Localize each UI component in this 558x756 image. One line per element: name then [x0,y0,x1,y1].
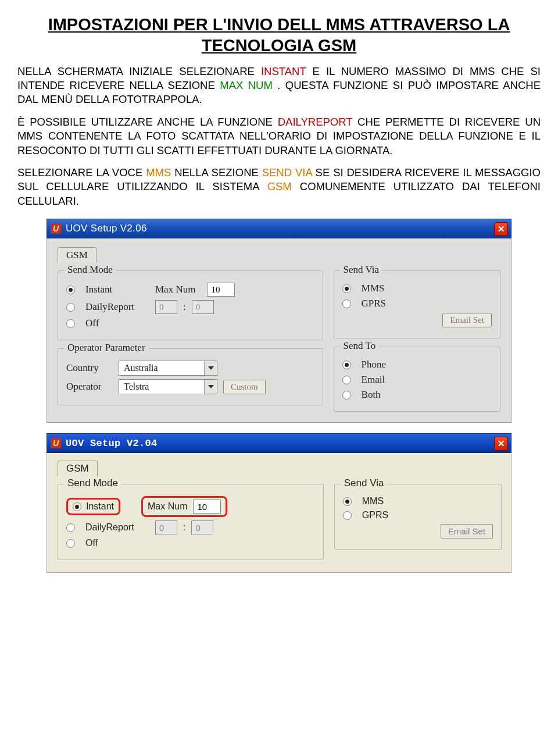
highlight-instant: Instant [66,498,120,515]
screenshot-uov-setup-204: U UOV Setup V2.04 ✕ GSM Send Mode Instan… [46,433,512,573]
paragraph: SELEZIONARE LA VOCE MMS NELLA SEZIONE SE… [17,166,541,208]
country-value: Australia [119,363,204,373]
label-dailyreport: DailyReport [85,522,149,533]
radio-row-gprs[interactable]: GPRS [343,510,493,520]
label-operator: Operator [66,381,113,393]
keyword-gsm: GSM [267,180,292,192]
radio-phone[interactable] [342,361,351,369]
legend-operator-parameter: Operator Parameter [64,342,149,354]
radio-gprs[interactable] [343,511,352,520]
daily-min-input [192,300,214,314]
radio-off[interactable] [66,319,75,328]
label-maxnum: Max Num [148,501,187,512]
radio-row-off[interactable]: Off [66,538,315,548]
radio-instant[interactable] [73,502,81,511]
label-maxnum: Max Num [155,284,195,295]
legend-send-to: Send To [340,340,380,352]
group-send-mode: Send Mode Instant Max Num DailyReport : [58,270,323,340]
paragraph: NELLA SCHERMATA INIZIALE SELEZIONARE INS… [17,65,541,107]
radio-row-both[interactable]: Both [342,389,492,401]
label-dailyreport: DailyReport [85,301,149,313]
radio-off[interactable] [66,539,75,548]
keyword-sendvia: SEND VIA [262,166,312,179]
keyword-maxnum: MAX NUM [220,79,273,91]
radio-row-email[interactable]: Email [342,374,492,386]
legend-send-mode: Send Mode [64,477,121,489]
email-set-button[interactable]: Email Set [441,524,493,539]
label-mms: MMS [362,496,384,507]
label-off: Off [85,318,99,329]
app-logo-icon: U [51,438,61,448]
window-title: UOV Setup V2.06 [66,223,147,234]
operator-dropdown[interactable]: Telstra [119,379,217,394]
radio-row-dailyreport[interactable]: DailyReport : [66,300,314,314]
email-set-button[interactable]: Email Set [442,313,492,327]
maxnum-input[interactable] [207,283,235,297]
radio-row-gprs[interactable]: GPRS [342,298,492,309]
label-off: Off [85,538,98,548]
titlebar: U UOV Setup V2.04 ✕ [46,433,512,453]
chevron-down-icon [204,361,217,375]
group-operator-parameter: Operator Parameter Country Australia Ope… [58,348,323,405]
close-icon: ✕ [498,224,505,234]
legend-send-via: Send Via [340,264,382,276]
daily-min-input [191,520,213,534]
operator-value: Telstra [119,381,204,392]
text: SELEZIONARE LA VOCE [17,166,146,179]
daily-hour-input [155,300,177,314]
radio-dailyreport[interactable] [66,523,75,532]
window-title: UOV Setup V2.04 [66,438,158,449]
radio-mms[interactable] [343,497,352,506]
text: È POSSIBILE UTILIZZARE ANCHE LA FUNZIONE [17,116,278,128]
close-button[interactable]: ✕ [494,437,508,451]
tab-gsm[interactable]: GSM [58,247,96,263]
radio-gprs[interactable] [342,299,351,308]
group-send-mode: Send Mode Instant Max Num [58,484,324,559]
country-dropdown[interactable]: Australia [119,361,217,376]
custom-button[interactable]: Custom [223,380,266,394]
panel-body: GSM Send Mode Instant Max Num [46,453,512,573]
radio-row-phone[interactable]: Phone [342,359,492,370]
radio-row-off[interactable]: Off [66,318,314,329]
app-logo-icon: U [51,223,61,234]
label-instant: Instant [85,284,149,295]
chevron-down-icon [204,380,217,394]
label-gprs: GPRS [362,298,387,309]
legend-send-via: Send Via [341,477,388,489]
radio-mms[interactable] [342,284,351,293]
panel-body: GSM Send Mode Instant Max Num DailyRepor… [46,238,512,423]
radio-row-mms[interactable]: MMS [343,496,493,507]
radio-instant[interactable] [66,286,75,294]
group-send-via: Send Via MMS GPRS Email Set [334,270,500,338]
maxnum-input[interactable] [193,500,221,513]
label-phone: Phone [362,359,387,370]
highlight-maxnum: Max Num [141,496,227,517]
text: NELLA SEZIONE [174,166,262,179]
page-title: IMPOSTAZIONI PER L'INVIO DELL MMS ATTRAV… [17,14,541,56]
time-colon: : [183,522,185,533]
radio-email[interactable] [342,376,351,384]
close-icon: ✕ [498,438,505,449]
label-both: Both [362,389,381,401]
group-send-to: Send To Phone Email Both [334,347,500,412]
label-gprs: GPRS [362,510,388,520]
radio-both[interactable] [342,391,351,400]
radio-row-mms[interactable]: MMS [342,283,492,294]
close-button[interactable]: ✕ [494,222,508,236]
svg-marker-0 [208,366,214,370]
label-instant: Instant [86,501,114,512]
radio-row-instant[interactable]: Instant Max Num [66,283,314,297]
keyword-dailyreport: DAILYREPORT [278,116,353,128]
titlebar: U UOV Setup V2.06 ✕ [46,219,512,238]
radio-dailyreport[interactable] [66,303,75,312]
label-email: Email [362,374,385,386]
label-mms: MMS [362,283,385,294]
svg-marker-1 [208,385,214,388]
group-send-via: Send Via MMS GPRS Email Set [334,484,502,550]
time-colon: : [183,301,186,313]
radio-row-dailyreport[interactable]: DailyReport : [66,520,315,534]
paragraph: È POSSIBILE UTILIZZARE ANCHE LA FUNZIONE… [17,115,541,158]
tab-gsm[interactable]: GSM [58,461,98,476]
text: NELLA SCHERMATA INIZIALE SELEZIONARE [17,65,261,77]
label-country: Country [66,362,113,374]
